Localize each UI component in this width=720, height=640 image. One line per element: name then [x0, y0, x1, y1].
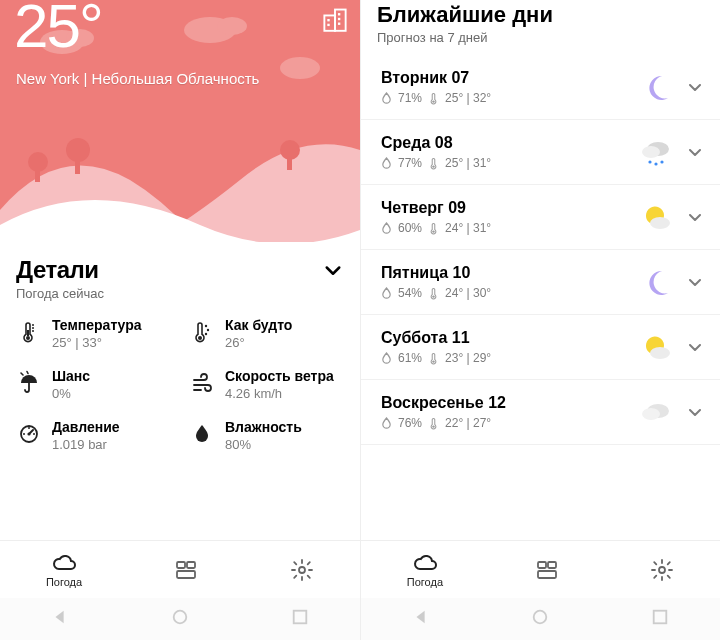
forecast-humidity: 61%	[398, 351, 422, 365]
forecast-day: Воскресенье 12	[381, 394, 636, 412]
chevron-down-icon	[684, 401, 706, 423]
detail-row: Температура 25° | 33°	[16, 317, 183, 350]
detail-label: Как будто	[225, 317, 292, 333]
nav-weather-label: Погода	[46, 576, 82, 588]
droplet-icon	[381, 157, 392, 170]
svg-rect-48	[75, 158, 80, 174]
chevron-down-icon	[684, 141, 706, 163]
forecast-title: Ближайшие дни	[377, 2, 704, 28]
nav-weather[interactable]: Погода	[46, 551, 82, 588]
detail-row: Давление 1.019 bar	[16, 419, 183, 452]
sys-recent[interactable]	[291, 608, 309, 630]
detail-value: 4.26 km/h	[225, 386, 334, 401]
bottom-nav: Погода	[361, 540, 720, 598]
sys-back[interactable]	[412, 608, 430, 630]
droplet-icon	[381, 92, 392, 105]
forecast-subtitle: Прогноз на 7 дней	[377, 30, 704, 45]
forecast-humidity: 77%	[398, 156, 422, 170]
detail-label: Шанс	[52, 368, 90, 384]
weather-moon-icon	[636, 72, 674, 102]
chevron-down-icon	[684, 76, 706, 98]
forecast-item[interactable]: Воскресенье 12 76% 22° | 27°	[361, 380, 720, 445]
thermometer-icon	[428, 417, 439, 430]
forecast-day: Вторник 07	[381, 69, 636, 87]
sys-back[interactable]	[51, 608, 69, 630]
forecast-list: Вторник 07 71% 25° | 32° Среда 08 77% 25…	[361, 55, 720, 445]
detail-row: Скорость ветра 4.26 km/h	[189, 368, 356, 401]
forecast-item[interactable]: Пятница 10 54% 24° | 30°	[361, 250, 720, 315]
weather-rain-icon	[636, 137, 674, 167]
nav-dashboard[interactable]	[535, 558, 559, 582]
sys-home[interactable]	[171, 608, 189, 630]
thermometer-icon	[428, 352, 439, 365]
forecast-temps: 25° | 31°	[445, 156, 491, 170]
weather-cloud-icon	[636, 397, 674, 427]
svg-point-44	[280, 57, 320, 79]
right-pane: Ближайшие дни Прогноз на 7 дней Вторник …	[360, 0, 720, 640]
forecast-item[interactable]: Среда 08 77% 25° | 31°	[361, 120, 720, 185]
detail-label: Скорость ветра	[225, 368, 334, 384]
detail-value: 0%	[52, 386, 90, 401]
wind-icon	[189, 368, 215, 398]
details-header[interactable]: Детали Погода сейчас	[0, 242, 360, 307]
system-bar	[0, 598, 360, 640]
forecast-temps: 22° | 27°	[445, 416, 491, 430]
forecast-header: Ближайшие дни Прогноз на 7 дней	[361, 0, 720, 55]
forecast-item[interactable]: Четверг 09 60% 24° | 31°	[361, 185, 720, 250]
droplet-icon	[381, 417, 392, 430]
forecast-temps: 24° | 30°	[445, 286, 491, 300]
hero: 25° New York | Небольшая Облачность	[0, 0, 360, 242]
droplet-icon	[189, 419, 215, 449]
forecast-humidity: 54%	[398, 286, 422, 300]
forecast-temps: 25° | 32°	[445, 91, 491, 105]
chevron-down-icon	[684, 271, 706, 293]
nav-settings[interactable]	[650, 558, 674, 582]
detail-value: 80%	[225, 437, 302, 452]
forecast-day: Среда 08	[381, 134, 636, 152]
forecast-day: Пятница 10	[381, 264, 636, 282]
sys-home[interactable]	[531, 608, 549, 630]
forecast-day: Четверг 09	[381, 199, 636, 217]
svg-point-43	[217, 17, 247, 35]
detail-row: Как будто 26°	[189, 317, 356, 350]
system-bar	[361, 598, 720, 640]
nav-weather[interactable]: Погода	[407, 551, 443, 588]
detail-label: Влажность	[225, 419, 302, 435]
forecast-day: Суббота 11	[381, 329, 636, 347]
forecast-item[interactable]: Суббота 11 61% 23° | 29°	[361, 315, 720, 380]
forecast-humidity: 76%	[398, 416, 422, 430]
forecast-temps: 23° | 29°	[445, 351, 491, 365]
forecast-humidity: 60%	[398, 221, 422, 235]
chevron-down-icon	[322, 259, 344, 281]
droplet-icon	[381, 287, 392, 300]
thermometer-dots-icon	[189, 317, 215, 347]
forecast-temps: 24° | 31°	[445, 221, 491, 235]
thermometer-icon	[428, 92, 439, 105]
weather-sun-icon	[636, 332, 674, 362]
chevron-down-icon	[684, 206, 706, 228]
temp-value: 25°	[14, 0, 102, 61]
sys-recent[interactable]	[651, 608, 669, 630]
weather-moon-icon	[636, 267, 674, 297]
droplet-icon	[381, 222, 392, 235]
details-grid: Температура 25° | 33° Как будто 26° Шанс…	[0, 307, 360, 452]
thermometer-icon	[428, 222, 439, 235]
left-pane: 25° New York | Небольшая Облачность Дета…	[0, 0, 360, 640]
chevron-down-icon	[684, 336, 706, 358]
droplet-icon	[381, 352, 392, 365]
svg-rect-50	[287, 156, 292, 170]
detail-value: 1.019 bar	[52, 437, 120, 452]
detail-row: Шанс 0%	[16, 368, 183, 401]
weather-sun-icon	[636, 202, 674, 232]
thermometer-icon	[428, 157, 439, 170]
detail-row: Влажность 80%	[189, 419, 356, 452]
bottom-nav: Погода	[0, 540, 360, 598]
svg-rect-46	[35, 168, 40, 182]
city-icon[interactable]	[322, 6, 348, 36]
forecast-item[interactable]: Вторник 07 71% 25° | 32°	[361, 55, 720, 120]
nav-settings[interactable]	[290, 558, 314, 582]
nav-dashboard[interactable]	[174, 558, 198, 582]
nav-weather-label: Погода	[407, 576, 443, 588]
thermometer-icon	[16, 317, 42, 347]
details-subtitle: Погода сейчас	[16, 286, 344, 301]
